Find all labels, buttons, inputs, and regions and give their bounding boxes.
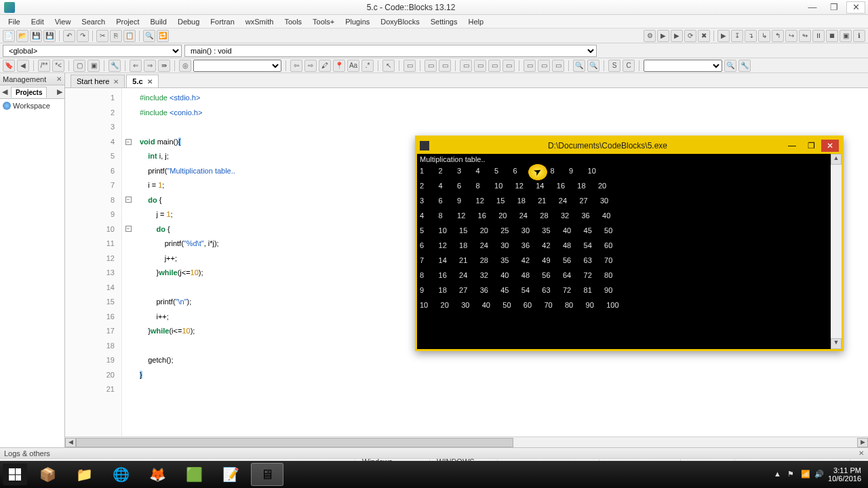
rect9-icon[interactable]: ▭ (538, 60, 550, 72)
c-icon[interactable]: C (623, 60, 635, 72)
menu-edit[interactable]: Edit (26, 16, 50, 27)
system-tray[interactable]: ▲ ⚑ 📶 🔊 3:11 PM 10/6/2016 (774, 466, 865, 483)
stop-icon[interactable]: ⏹ (826, 30, 838, 42)
taskbar-chrome-icon[interactable]: 🌐 (104, 463, 137, 486)
menu-debug[interactable]: Debug (172, 16, 205, 27)
taskbar-codeblocks-icon[interactable]: 🖥 (251, 463, 283, 486)
maximize-button[interactable]: ❐ (825, 1, 844, 14)
undo-icon[interactable]: ↶ (63, 30, 75, 42)
fold-toggle-icon[interactable]: − (125, 226, 132, 232)
next-line-icon[interactable]: ↴ (745, 30, 757, 42)
next-instr-icon[interactable]: ↪ (785, 30, 797, 42)
rect5-icon[interactable]: ▭ (474, 60, 486, 72)
fold-toggle-icon[interactable]: − (125, 197, 132, 203)
comment-icon[interactable]: /** (38, 60, 50, 72)
scope-function-select[interactable]: main() : void (184, 45, 597, 57)
rect3-icon[interactable]: ▭ (439, 60, 451, 72)
scope-global-select[interactable]: <global> (3, 45, 182, 57)
break-icon[interactable]: ⏸ (812, 30, 825, 42)
text-icon[interactable]: Aa (347, 60, 359, 72)
menu-tools+[interactable]: Tools+ (307, 16, 340, 27)
tray-volume-icon[interactable]: 🔊 (814, 470, 824, 479)
menu-tools[interactable]: Tools (279, 16, 307, 27)
abort-icon[interactable]: ✖ (698, 30, 710, 42)
step-instr-icon[interactable]: ↬ (799, 30, 811, 42)
logs-panel-header[interactable]: Logs & others ✕ (0, 447, 868, 458)
rebuild-icon[interactable]: ⟳ (684, 30, 696, 42)
paste-icon[interactable]: 📋 (123, 30, 136, 42)
build-run-icon[interactable]: ▶ (671, 30, 683, 42)
tray-flag-icon[interactable]: ⚑ (787, 470, 797, 479)
settings-icon[interactable]: 🔧 (738, 60, 751, 72)
fold-toggle-icon[interactable]: − (125, 139, 132, 145)
horizontal-scrollbar[interactable]: ◀ ▶ (65, 436, 868, 447)
new-file-icon[interactable]: 📄 (3, 30, 15, 42)
console-maximize-button[interactable]: ❐ (802, 140, 820, 152)
info-icon[interactable]: ℹ (853, 30, 865, 42)
zoom-in-icon[interactable]: 🔍 (573, 60, 585, 72)
tab-start-here[interactable]: Start here✕ (71, 75, 125, 87)
target-icon[interactable]: ◎ (179, 60, 191, 72)
save-all-icon[interactable]: 💾 (43, 30, 56, 42)
console-output[interactable]: ➤ Multiplication table.. 1 2 3 4 5 6 7 8… (417, 154, 842, 349)
console-scroll-down-icon[interactable]: ▼ (831, 338, 842, 349)
cursor-icon[interactable]: ↖ (382, 60, 395, 72)
run-to-cursor-icon[interactable]: ↧ (731, 30, 743, 42)
copy-icon[interactable]: ⎘ (110, 30, 122, 42)
save-icon[interactable]: 💾 (30, 30, 42, 42)
prev-bookmark-icon[interactable]: ◀ (17, 60, 29, 72)
menu-doxyblocks[interactable]: DoxyBlocks (375, 16, 425, 27)
minimize-button[interactable]: — (803, 1, 822, 14)
tab-prev-icon[interactable]: ◀ (0, 87, 9, 96)
debug-windows-icon[interactable]: ▣ (840, 30, 852, 42)
menu-project[interactable]: Project (111, 16, 144, 27)
target-select[interactable] (193, 60, 281, 72)
menu-wxsmith[interactable]: wxSmith (240, 16, 279, 27)
rect1-icon[interactable]: ▭ (403, 60, 416, 72)
console-vscroll[interactable]: ▲ ▼ (831, 154, 842, 349)
zoom-out-icon[interactable]: 🔍 (587, 60, 599, 72)
taskbar-notepad-icon[interactable]: 📝 (214, 463, 247, 486)
nav-back-icon[interactable]: ⇐ (130, 60, 142, 72)
regex-icon[interactable]: .* (361, 60, 374, 72)
box2-icon[interactable]: ▣ (87, 60, 100, 72)
taskbar-virtualbox-icon[interactable]: 📦 (31, 463, 64, 486)
toggle-bookmark-icon[interactable]: 🔖 (3, 60, 15, 72)
open-file-icon[interactable]: 📂 (16, 30, 28, 42)
console-scroll-up-icon[interactable]: ▲ (831, 154, 842, 165)
rect8-icon[interactable]: ▭ (524, 60, 536, 72)
search-select[interactable] (644, 60, 722, 72)
taskbar-clock[interactable]: 3:11 PM 10/6/2016 (828, 466, 861, 483)
menu-settings[interactable]: Settings (425, 16, 463, 27)
debug-icon[interactable]: ▶ (717, 30, 730, 42)
menu-build[interactable]: Build (144, 16, 172, 27)
build-icon[interactable]: ⚙ (644, 30, 656, 42)
arrow-left-icon[interactable]: ⇦ (290, 60, 302, 72)
taskbar-explorer-icon[interactable]: 📁 (68, 463, 100, 486)
highlight-icon[interactable]: 🖍 (319, 60, 331, 72)
tray-network-icon[interactable]: 📶 (801, 470, 810, 479)
rect6-icon[interactable]: ▭ (488, 60, 500, 72)
replace-icon[interactable]: 🔁 (157, 30, 169, 42)
workspace-node[interactable]: Workspace (3, 102, 62, 110)
scroll-left-icon[interactable]: ◀ (65, 438, 76, 447)
code-text[interactable]: #include <stdio.h>#include <conio.h> voi… (134, 88, 241, 436)
tab-next-icon[interactable]: ▶ (55, 87, 64, 96)
menu-fortran[interactable]: Fortran (205, 16, 239, 27)
rect10-icon[interactable]: ▭ (552, 60, 564, 72)
console-close-button[interactable]: ✕ (821, 140, 839, 152)
console-minimize-button[interactable]: — (783, 140, 801, 152)
menu-search[interactable]: Search (76, 16, 111, 27)
s-icon[interactable]: S (608, 60, 620, 72)
console-window[interactable]: D:\Documents\CodeBlocks\5.exe — ❐ ✕ ➤ Mu… (415, 136, 844, 351)
management-close-icon[interactable]: ✕ (56, 75, 62, 83)
tab-5-c[interactable]: 5.c✕ (126, 75, 158, 87)
step-into-icon[interactable]: ↳ (758, 30, 770, 42)
start-button[interactable] (3, 464, 27, 485)
menu-file[interactable]: File (3, 16, 26, 27)
scroll-right-icon[interactable]: ▶ (857, 438, 868, 447)
rect7-icon[interactable]: ▭ (502, 60, 515, 72)
close-button[interactable]: ✕ (846, 1, 865, 14)
rect2-icon[interactable]: ▭ (425, 60, 437, 72)
step-out-icon[interactable]: ↰ (772, 30, 784, 42)
